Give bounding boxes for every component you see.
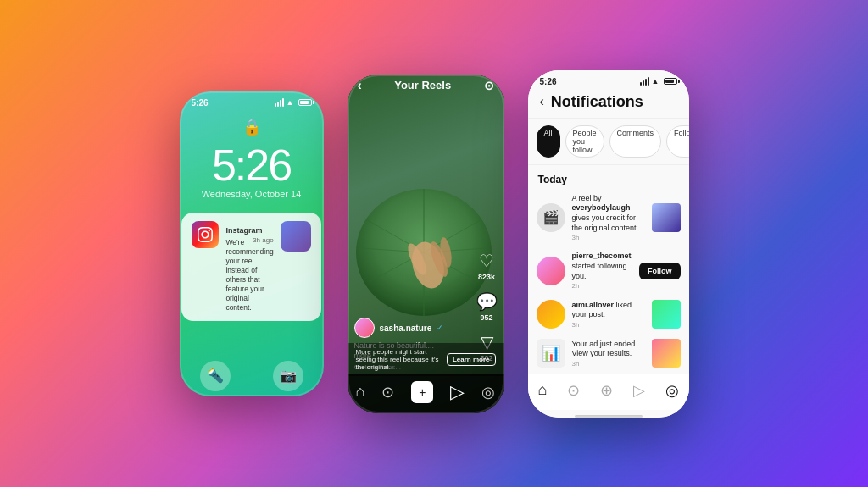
heart-icon: ♡: [479, 251, 494, 271]
notif-thumbnail: [281, 221, 311, 252]
follow-button[interactable]: Follow: [639, 263, 681, 279]
notif-time: 3h: [572, 360, 645, 368]
notif-main-text: A reel by everybodylaugh gives you credi…: [572, 194, 645, 234]
lock-icon: 🔒: [242, 118, 261, 136]
comment-action[interactable]: 💬 952: [476, 291, 498, 322]
phone3-status-icons: ▲: [640, 77, 677, 86]
notif-avatar-reel: 🎬: [537, 203, 565, 232]
notification-item[interactable]: 📊 Your ad just ended. View your results.…: [528, 334, 689, 373]
lock-notification-card[interactable]: Instagram 3h ago We're recommending your…: [181, 213, 320, 321]
notif-main-text: pierre_thecomet started following you.: [572, 252, 633, 281]
reels-header: ‹ Your Reels ⊙: [348, 75, 504, 100]
lock-date: Wednesday, October 14: [202, 189, 302, 199]
reels-back-button[interactable]: ‹: [358, 78, 362, 93]
like-action[interactable]: ♡ 823k: [478, 251, 495, 281]
filter-tabs: All People you follow Comments Follows: [528, 119, 689, 165]
verified-icon: ✓: [437, 324, 443, 332]
reels-content: ‹ Your Reels ⊙ ♡ 823k 💬 952 ▽ 302 sasha.…: [348, 75, 504, 413]
home-indicator-3: [575, 415, 643, 418]
notification-item[interactable]: pierre_thecomet started following you. 2…: [528, 246, 689, 295]
reels-user-row: sasha.nature ✓: [354, 318, 453, 338]
filter-tab-follows[interactable]: Follows: [666, 125, 688, 158]
phone-notifications-screen: 5:26 ▲ ‹ Notifications All People you fo…: [528, 70, 689, 418]
comment-icon: 💬: [476, 291, 498, 312]
nav-search-icon[interactable]: ⊙: [381, 383, 394, 401]
notif-time: 3h: [572, 234, 645, 241]
reels-camera-icon[interactable]: ⊙: [484, 79, 494, 92]
lock-bottom-controls: 🔦 📷: [180, 361, 324, 391]
notif-avatar-ad: 📊: [537, 339, 565, 368]
phone3-status-bar: 5:26 ▲: [528, 70, 689, 90]
notif-time: 3h: [572, 321, 645, 329]
nav-home-icon-3[interactable]: ⌂: [537, 381, 547, 399]
reels-bottom-nav: ⌂ ⊙ + ▷ ◎: [348, 374, 504, 413]
notif-app-name: Instagram: [225, 226, 262, 235]
notifications-header: ‹ Notifications: [528, 90, 689, 119]
filter-tab-comments[interactable]: Comments: [609, 125, 662, 158]
battery-icon-3: [664, 78, 677, 85]
phone1-status-bar: 5:26 ▲: [180, 91, 324, 111]
filter-tab-following[interactable]: People you follow: [565, 125, 604, 158]
nav-search-icon-3[interactable]: ⊙: [567, 381, 580, 400]
notifications-title: Notifications: [551, 93, 643, 111]
nav-reels-icon[interactable]: ▷: [450, 381, 465, 403]
nav-create-icon[interactable]: +: [411, 381, 433, 403]
nav-reels-icon-3[interactable]: ▷: [633, 381, 645, 400]
reels-user-avatar[interactable]: [354, 318, 375, 338]
nav-home-icon[interactable]: ⌂: [356, 383, 365, 401]
reels-username[interactable]: sasha.nature: [380, 324, 432, 333]
reels-title: Your Reels: [394, 79, 451, 91]
nav-profile-icon-3[interactable]: ◎: [665, 381, 679, 400]
filter-tab-all[interactable]: All: [537, 125, 560, 158]
camera-button[interactable]: 📷: [273, 361, 303, 391]
phone1-status-icons: ▲: [275, 98, 312, 107]
like-count: 823k: [478, 273, 495, 281]
notif-text: We're recommending your reel instead of …: [225, 238, 273, 313]
notif-time-ago: 3h ago: [253, 236, 273, 244]
flashlight-button[interactable]: 🔦: [200, 361, 231, 391]
learn-more-button[interactable]: Learn more: [447, 353, 496, 366]
section-title-today: Today: [528, 169, 689, 189]
instagram-app-icon: [192, 221, 219, 248]
phone3-time: 5:26: [540, 77, 557, 86]
comment-count: 952: [480, 313, 492, 322]
notif-time: 2h: [572, 282, 633, 290]
signal-icon-3: [640, 77, 649, 86]
nav-create-icon-3[interactable]: ⊕: [600, 381, 613, 400]
notif-text-block: A reel by everybodylaugh gives you credi…: [572, 194, 645, 242]
notifications-list: Today 🎬 A reel by everybodylaugh gives y…: [528, 165, 689, 374]
notifications-bottom-nav: ⌂ ⊙ ⊕ ▷ ◎: [528, 374, 689, 410]
notif-avatar-follow: [537, 257, 565, 285]
notification-content: Instagram 3h ago We're recommending your…: [225, 221, 273, 313]
notif-main-text: aimi.allover liked your post.: [572, 301, 645, 320]
notif-avatar-like: [537, 300, 565, 329]
promo-text: More people might start seeing this reel…: [356, 348, 447, 371]
notif-thumb: [652, 339, 681, 368]
notification-item[interactable]: aimi.allover liked your post. 3h: [528, 295, 689, 334]
notification-item[interactable]: 🎬 A reel by everybodylaugh gives you cre…: [528, 189, 689, 247]
wifi-icon: ▲: [287, 98, 294, 107]
phone-lock-screen: 5:26 ▲ 🔒 5:26 Wednesday, October 14: [180, 91, 324, 396]
notif-thumb: [652, 300, 681, 329]
phone-reels-screen: ‹ Your Reels ⊙ ♡ 823k 💬 952 ▽ 302 sasha.…: [348, 75, 504, 413]
notif-text-block: Your ad just ended. View your results. 3…: [572, 340, 645, 368]
lock-screen-content: 🔒 5:26 Wednesday, October 14 Instagram 3…: [180, 111, 324, 396]
nav-profile-icon[interactable]: ◎: [481, 383, 495, 401]
signal-icon: [275, 98, 284, 107]
battery-icon: [298, 99, 312, 106]
reels-promo-bar: More people might start seeing this reel…: [348, 343, 504, 376]
notif-thumb: [652, 203, 681, 232]
notifications-content: 5:26 ▲ ‹ Notifications All People you fo…: [528, 70, 689, 418]
lock-time: 5:26: [212, 143, 291, 187]
wifi-icon-3: ▲: [652, 77, 659, 86]
notif-text-block: aimi.allover liked your post. 3h: [572, 301, 645, 329]
notif-text-block: pierre_thecomet started following you. 2…: [572, 252, 633, 290]
phone1-time: 5:26: [192, 98, 209, 108]
notif-main-text: Your ad just ended. View your results.: [572, 340, 645, 359]
notifications-back-button[interactable]: ‹: [540, 94, 544, 109]
